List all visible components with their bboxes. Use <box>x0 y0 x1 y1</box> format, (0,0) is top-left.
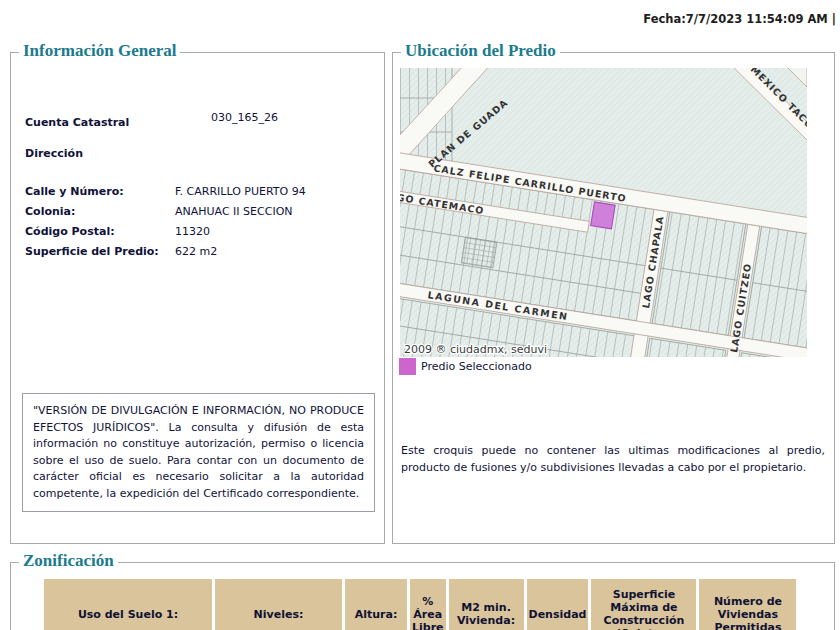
colonia-label: Colonia: <box>25 202 175 222</box>
col-uso-del-suelo: Uso del Suelo 1: <box>44 579 212 630</box>
legal-disclaimer-box: "VERSIÓN DE DIVULGACIÓN E INFORMACIÓN, N… <box>22 393 375 512</box>
cuenta-catastral-label: Cuenta Catastral <box>25 116 129 129</box>
selected-parcel[interactable] <box>591 202 615 229</box>
col-m2-min-vivienda: M2 min. Vivienda: <box>449 579 524 630</box>
predio-map[interactable]: CALZ FELIPE CARRILLO PUERTO GO CATEMACO … <box>400 68 807 357</box>
address-fields: Calle y Número: F. CARRILLO PUERTO 94 Co… <box>25 182 375 262</box>
seduvi-consulta-page: Fecha:7/7/2023 11:54:09 AM | Información… <box>0 0 840 630</box>
direccion-label: Dirección <box>25 147 83 160</box>
address-row-calle: Calle y Número: F. CARRILLO PUERTO 94 <box>25 182 375 202</box>
panel-zonificacion: Zonificación Uso del Suelo 1: Niveles: A… <box>10 562 835 630</box>
map-attribution: 2009 ® ciudadmx, seduvi <box>404 343 547 356</box>
zonificacion-table: Uso del Suelo 1: Niveles: Altura: % Área… <box>41 576 799 630</box>
col-niveles: Niveles: <box>215 579 342 630</box>
cuenta-catastral-value: 030_165_26 <box>211 111 278 124</box>
colonia-value: ANAHUAC II SECCION <box>175 202 293 222</box>
address-row-superficie: Superficie del Predio: 622 m2 <box>25 242 375 262</box>
panel-ubicacion-predio: Ubicación del Predio <box>392 52 835 544</box>
col-area-libre: % Área Libre <box>410 579 446 630</box>
superficie-predio-label: Superficie del Predio: <box>25 242 175 262</box>
panel-title-zonificacion: Zonificación <box>19 551 118 571</box>
zonificacion-header-row: Uso del Suelo 1: Niveles: Altura: % Área… <box>44 579 796 630</box>
calle-numero-label: Calle y Número: <box>25 182 175 202</box>
col-altura: Altura: <box>345 579 407 630</box>
croquis-note: Este croquis puede no contener las ultim… <box>401 443 825 476</box>
panel-informacion-general: Información General Cuenta Catastral 030… <box>10 52 385 544</box>
cuenta-catastral-row: Cuenta Catastral 030_165_26 <box>25 111 365 130</box>
calle-numero-value: F. CARRILLO PUERTO 94 <box>175 182 306 202</box>
codigo-postal-value: 11320 <box>175 222 210 242</box>
panel-title-informacion-general: Información General <box>19 41 180 61</box>
address-row-colonia: Colonia: ANAHUAC II SECCION <box>25 202 375 222</box>
crosshatched-block <box>461 237 497 268</box>
date-label: Fecha:7/7/2023 11:54:09 AM | <box>643 12 836 26</box>
predio-map-svg: CALZ FELIPE CARRILLO PUERTO GO CATEMACO … <box>400 68 807 357</box>
col-numero-viviendas: Número de Viviendas Permitidas <box>699 579 796 630</box>
superficie-predio-value: 622 m2 <box>175 242 217 262</box>
address-row-codigo-postal: Código Postal: 11320 <box>25 222 375 242</box>
selected-predio-label: Predio Seleccionado <box>421 360 532 373</box>
panel-title-ubicacion-predio: Ubicación del Predio <box>401 41 560 61</box>
codigo-postal-label: Código Postal: <box>25 222 175 242</box>
col-densidad: Densidad <box>527 579 589 630</box>
selected-predio-swatch <box>399 358 416 375</box>
map-legend: Predio Seleccionado <box>399 358 532 375</box>
col-superficie-maxima: Superficie Máxima de Construcción (Sujet… <box>591 579 696 630</box>
